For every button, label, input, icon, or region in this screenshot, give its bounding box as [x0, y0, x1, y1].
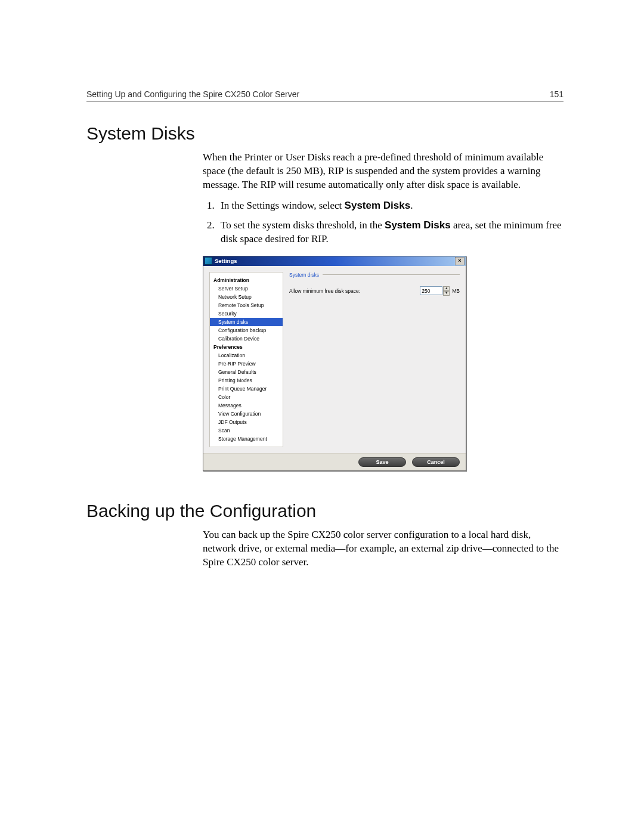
dialog-footer: Save Cancel [203, 453, 466, 470]
tree-item-selected[interactable]: System disks [210, 318, 283, 326]
settings-dialog: Settings × Administration Server Setup N… [203, 256, 466, 471]
system-disks-steps: In the Settings window, select System Di… [203, 199, 564, 246]
dialog-title: Settings [215, 258, 237, 264]
tree-item[interactable]: View Configuration [210, 410, 283, 418]
spinner-up-icon[interactable]: ▲ [443, 286, 450, 291]
system-disks-intro: When the Printer or User Disks reach a p… [203, 151, 564, 192]
tree-item[interactable]: Printing Modes [210, 376, 283, 385]
tree-item[interactable]: Storage Management [210, 435, 283, 443]
tree-item[interactable]: Localization [210, 351, 283, 360]
tree-item[interactable]: Network Setup [210, 293, 283, 301]
dialog-titlebar: Settings × [203, 256, 466, 266]
save-button[interactable]: Save [358, 457, 406, 467]
tree-item[interactable]: Remote Tools Setup [210, 301, 283, 309]
step-1: In the Settings window, select System Di… [217, 199, 564, 213]
min-free-space-label: Allow minimum free disk space: [289, 288, 420, 294]
tree-item[interactable]: Messages [210, 401, 283, 410]
tree-group-preferences: Preferences [210, 343, 283, 351]
tree-item[interactable]: Scan [210, 426, 283, 435]
tree-item[interactable]: Print Queue Manager [210, 385, 283, 393]
spinner[interactable]: ▲ ▼ [443, 286, 450, 296]
page-number: 151 [550, 89, 564, 99]
tree-item[interactable]: Calibration Device [210, 335, 283, 343]
running-title: Setting Up and Configuring the Spire CX2… [86, 89, 299, 99]
running-header: Setting Up and Configuring the Spire CX2… [86, 89, 564, 102]
cancel-button[interactable]: Cancel [412, 457, 460, 467]
tree-item[interactable]: Configuration backup [210, 326, 283, 335]
tree-item[interactable]: Pre-RIP Preview [210, 360, 283, 368]
tree-item[interactable]: JDF Outputs [210, 418, 283, 426]
heading-backup-config: Backing up the Configuration [86, 501, 564, 521]
tree-item[interactable]: Security [210, 309, 283, 318]
unit-label: MB [452, 288, 460, 294]
tree-group-administration: Administration [210, 276, 283, 284]
app-icon [205, 257, 212, 265]
min-free-space-input[interactable] [420, 286, 442, 295]
panel-legend: System disks [289, 272, 319, 278]
spinner-down-icon[interactable]: ▼ [443, 291, 450, 296]
settings-panel: System disks Allow minimum free disk spa… [289, 272, 460, 447]
heading-system-disks: System Disks [86, 123, 564, 144]
settings-tree[interactable]: Administration Server Setup Network Setu… [209, 272, 283, 447]
step-2: To set the system disks threshold, in th… [217, 219, 564, 246]
close-icon[interactable]: × [455, 257, 465, 265]
tree-item[interactable]: General Defaults [210, 368, 283, 376]
tree-item[interactable]: Color [210, 393, 283, 401]
backup-config-intro: You can back up the Spire CX250 color se… [203, 528, 564, 569]
tree-item[interactable]: Server Setup [210, 284, 283, 293]
